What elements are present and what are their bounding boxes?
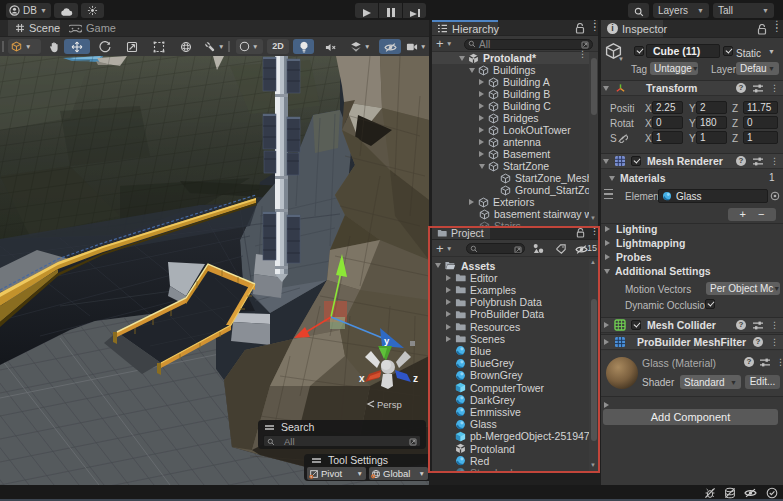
svg-text:z: z [413, 373, 418, 384]
svg-text:y: y [384, 335, 390, 346]
svg-text:x: x [359, 373, 365, 384]
svg-text:Persp: Persp [377, 399, 402, 410]
